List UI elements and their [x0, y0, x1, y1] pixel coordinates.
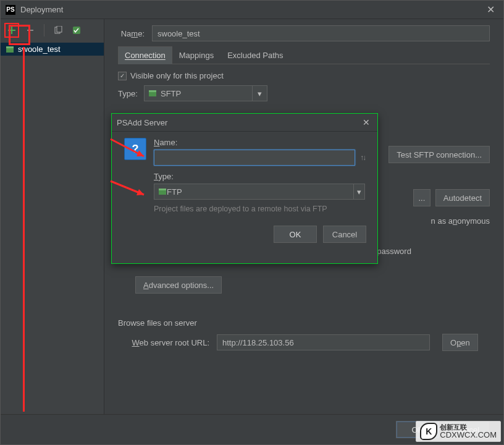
sort-icon[interactable]: ↑↓ — [360, 153, 365, 162]
dialog-name-input[interactable] — [154, 150, 355, 166]
dialog-hint: Project files are deployed to a remote h… — [154, 205, 365, 213]
anonymous-fragment: n as anonymous — [431, 216, 490, 226]
add-server-dialog: PS Add Server ✕ ? Name: ↑↓ Type: FTP — [111, 113, 378, 264]
watermark-logo: K — [420, 423, 437, 440]
deployment-window: PS Deployment ✕ — [0, 0, 504, 445]
dialog-titlebar: PS Add Server ✕ — [112, 114, 377, 132]
advanced-options-button[interactable]: Advanced options... — [135, 276, 222, 294]
toolbar-separator — [44, 24, 44, 36]
visible-only-checkbox[interactable]: ✓ Visible only for this project — [118, 71, 224, 80]
copy-button[interactable] — [51, 23, 65, 38]
open-button[interactable]: Open — [442, 334, 478, 351]
dialog-type-value: FTP — [167, 187, 182, 197]
type-row: Type: SFTP ▾ — [118, 85, 490, 101]
server-icon — [6, 45, 14, 54]
tab-excluded[interactable]: Excluded Paths — [220, 46, 290, 64]
dialog-close-button[interactable]: ✕ — [360, 116, 372, 129]
dialog-app-icon: PS — [117, 118, 127, 127]
app-icon: PS — [6, 5, 15, 15]
dialog-buttons: OK Cancel — [112, 219, 377, 252]
dialog-ok-button[interactable]: OK — [274, 226, 317, 243]
web-root-row: Web server root URL: Open — [118, 334, 490, 351]
browse-button[interactable]: ... — [413, 189, 430, 206]
web-root-label: Web server root URL: — [118, 338, 217, 347]
ftp-icon — [158, 187, 167, 196]
web-root-input[interactable] — [217, 334, 430, 350]
validate-button[interactable] — [69, 23, 84, 38]
advanced-row: Advanced options... — [118, 276, 490, 294]
remove-server-button[interactable] — [23, 23, 38, 38]
window-close-button[interactable]: ✕ — [483, 4, 498, 15]
tabs: Connection Mappings Excluded Paths — [118, 46, 490, 64]
chevron-down-icon: ▾ — [353, 184, 364, 199]
chevron-down-icon: ▾ — [252, 86, 267, 101]
browse-files-title: Browse files on server — [118, 318, 490, 328]
dialog-cancel-button[interactable]: Cancel — [323, 226, 366, 243]
window-title: Deployment — [20, 5, 483, 14]
watermark-text: 创新互联 CDXWCX.COM — [440, 423, 497, 439]
info-icon: ? — [124, 138, 146, 160]
server-tree: swoole_test — [1, 41, 104, 57]
visible-only-label: Visible only for this project — [130, 71, 224, 80]
dialog-type-select[interactable]: FTP ▾ — [154, 184, 365, 200]
sidebar-toolbar — [1, 19, 104, 41]
watermark: K 创新互联 CDXWCX.COM — [416, 421, 501, 442]
svg-rect-1 — [57, 26, 62, 32]
type-label: Type: — [118, 89, 144, 98]
dialog-body: ? Name: ↑↓ Type: FTP ▾ Project files are… — [112, 132, 377, 219]
sftp-icon — [148, 89, 157, 98]
server-tree-item-label: swoole_test — [18, 44, 61, 54]
name-row: Name: — [118, 25, 490, 41]
dialog-type-label: Type: — [154, 172, 365, 181]
titlebar: PS Deployment ✕ — [1, 1, 503, 19]
name-input[interactable] — [152, 25, 490, 41]
dialog-title: Add Server — [127, 118, 167, 127]
type-select[interactable]: SFTP ▾ — [144, 85, 267, 101]
test-connection-button[interactable]: Test SFTP connection... — [388, 146, 490, 163]
svg-rect-8 — [159, 189, 166, 190]
tab-mappings[interactable]: Mappings — [172, 46, 220, 64]
autodetect-button[interactable]: Autodetect — [435, 189, 490, 206]
svg-rect-4 — [6, 46, 14, 48]
tab-connection[interactable]: Connection — [118, 46, 172, 64]
type-value: SFTP — [161, 89, 181, 98]
dialog-name-label: Name: — [154, 138, 365, 147]
name-label: Name: — [118, 29, 152, 38]
server-tree-item[interactable]: swoole_test — [1, 43, 104, 56]
add-server-button[interactable] — [4, 23, 19, 38]
sidebar: swoole_test — [1, 19, 104, 414]
svg-rect-6 — [149, 90, 156, 92]
